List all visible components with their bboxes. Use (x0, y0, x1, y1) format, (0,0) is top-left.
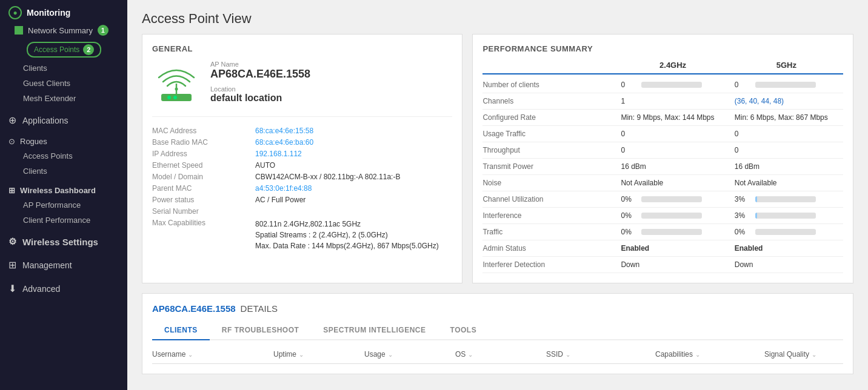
access-points-nav-item[interactable]: Access Points 2 (27, 42, 101, 58)
field-label: Model / Domain (152, 173, 249, 181)
general-top: AP Name AP68CA.E46E.1558 Location defaul… (152, 61, 452, 117)
perf-label-col (482, 61, 616, 70)
tab-clients[interactable]: CLIENTS (152, 321, 210, 340)
perf-row: Channels1(36, 40, 44, 48) (482, 93, 843, 110)
field-value[interactable]: 68:ca:e4:6e:ba:60 (255, 138, 452, 147)
perf-row-val-24ghz: Enabled (616, 244, 729, 253)
sidebar-item-client-performance[interactable]: Client Performance (0, 213, 127, 228)
gear-icon: ⚙ (8, 236, 16, 247)
applications-icon: ⊕ (8, 114, 16, 126)
sidebar-item-rogues-clients[interactable]: Clients (0, 164, 127, 179)
svg-point-1 (167, 96, 171, 99)
perf-row-val-24ghz: 0% (616, 195, 729, 203)
perf-row: Usage Traffic00 (482, 126, 843, 142)
perf-title: PERFORMANCE SUMMARY (482, 44, 843, 53)
location-label: Location (210, 85, 452, 93)
perf-row: Channel Utilization0%3% (482, 191, 843, 208)
field-value[interactable]: a4:53:0e:1f:e4:88 (255, 184, 452, 193)
sidebar-item-clients[interactable]: Clients (0, 61, 127, 76)
content-area: GENERAL (127, 34, 868, 389)
table-col-capabilities[interactable]: Capabilities⌄ (655, 350, 764, 359)
sort-icon[interactable]: ⌄ (468, 351, 473, 358)
sort-icon[interactable]: ⌄ (812, 351, 816, 358)
ap-name-value: AP68CA.E46E.1558 (210, 68, 452, 81)
table-col-ssid[interactable]: SSID⌄ (546, 350, 655, 359)
sidebar-item-rogues-ap[interactable]: Access Points (0, 148, 127, 164)
field-label: Ethernet Speed (152, 161, 249, 170)
perf-row-label: Throughput (482, 146, 616, 154)
field-value: 802.11n 2.4GHz,802.11ac 5GHz Spatial Str… (255, 219, 452, 251)
sidebar-item-ap-performance[interactable]: AP Performance (0, 197, 127, 213)
perf-rows-container: Number of clients00Channels1(36, 40, 44,… (482, 77, 843, 273)
field-value[interactable]: 192.168.1.112 (255, 150, 452, 158)
sidebar-item-network-summary[interactable]: Network Summary 1 (0, 22, 127, 39)
perf-row-val-24ghz: Not Available (616, 179, 729, 187)
sidebar-item-advanced[interactable]: ⬇ Advanced (0, 277, 127, 300)
field-value: AUTO (255, 161, 452, 170)
details-label: DETAILS (241, 303, 278, 314)
sort-icon[interactable]: ⌄ (299, 351, 304, 358)
details-panel: AP68CA.E46E.1558 DETAILS CLIENTSRF TROUB… (142, 293, 853, 374)
perf-row-label: Traffic (482, 228, 616, 236)
perf-row: Transmit Power16 dBm16 dBm (482, 159, 843, 175)
perf-row-val-5ghz: 0 (730, 81, 843, 89)
sort-icon[interactable]: ⌄ (388, 351, 393, 358)
perf-row-label: Interferer Detection (482, 260, 616, 269)
sidebar-item-management[interactable]: ⊞ Management (0, 253, 127, 277)
sidebar-item-rogues[interactable]: ⊙ Rogues (0, 132, 127, 148)
badge-1: 1 (98, 25, 109, 36)
tab-spectrum-intelligence[interactable]: SPECTRUM INTELLIGENCE (311, 321, 438, 340)
sidebar-item-wireless-settings[interactable]: ⚙ Wireless Settings (0, 230, 127, 253)
badge-2: 2 (83, 44, 94, 55)
top-panels: GENERAL (142, 34, 853, 283)
perf-row-val-5ghz: 0 (730, 130, 843, 138)
perf-row-val-24ghz: 0 (616, 130, 729, 138)
perf-row: Number of clients00 (482, 77, 843, 93)
perf-row: Interferer DetectionDownDown (482, 257, 843, 273)
sidebar-item-wireless-dashboard[interactable]: ⊞ Wireless Dashboard (0, 181, 127, 197)
perf-row: Admin StatusEnabledEnabled (482, 240, 843, 257)
ap-name-label: AP Name (210, 61, 452, 68)
sort-icon[interactable]: ⌄ (566, 351, 570, 358)
field-label: Parent MAC (152, 184, 249, 193)
perf-row-val-5ghz: (36, 40, 44, 48) (730, 97, 843, 105)
perf-row-val-24ghz: Min: 9 Mbps, Max: 144 Mbps (616, 113, 729, 122)
perf-row-label: Noise (482, 179, 616, 187)
perf-row: Throughput00 (482, 142, 843, 159)
table-col-username[interactable]: Username⌄ (152, 350, 273, 359)
sort-icon[interactable]: ⌄ (695, 351, 700, 358)
perf-row-val-24ghz: 0 (616, 146, 729, 154)
sidebar: ● Monitoring Network Summary 1 Access Po… (0, 0, 127, 390)
monitoring-icon: ● (8, 6, 22, 19)
svg-point-4 (175, 88, 178, 91)
table-col-uptime[interactable]: Uptime⌄ (273, 350, 364, 359)
sidebar-item-guest-clients[interactable]: Guest Clients (0, 76, 127, 91)
table-col-os[interactable]: OS⌄ (455, 350, 546, 359)
perf-row-val-5ghz: 3% (730, 211, 843, 220)
sidebar-item-mesh-extender[interactable]: Mesh Extender (0, 91, 127, 106)
perf-row-val-5ghz: 0% (730, 228, 843, 236)
perf-row-val-5ghz: 3% (730, 195, 843, 203)
ap-info: AP Name AP68CA.E46E.1558 Location defaul… (210, 61, 452, 104)
perf-row-val-24ghz: 16 dBm (616, 162, 729, 171)
access-points-label: Access Points (34, 45, 79, 54)
table-col-signal-quality[interactable]: Signal Quality⌄ (764, 350, 855, 359)
monitoring-header[interactable]: ● Monitoring (0, 0, 127, 22)
access-points-pill-wrap[interactable]: Access Points 2 (0, 39, 127, 61)
table-col-usage[interactable]: Usage⌄ (364, 350, 455, 359)
puzzle-icon: ⊞ (8, 259, 16, 271)
perf-row-val-5ghz: Min: 6 Mbps, Max: 867 Mbps (730, 113, 843, 122)
field-value: CBW142ACM-B-xx / 802.11bg:-A 802.11a:-B (255, 173, 452, 181)
tab-rf-troubleshoot[interactable]: RF TROUBLESHOOT (210, 321, 312, 340)
perf-row-val-5ghz: Not Available (730, 179, 843, 187)
perf-row-val-5ghz: 16 dBm (730, 162, 843, 171)
sort-icon[interactable]: ⌄ (188, 351, 193, 358)
perf-row: NoiseNot AvailableNot Available (482, 175, 843, 191)
field-value[interactable]: 68:ca:e4:6e:15:58 (255, 127, 452, 135)
perf-col-24ghz: 2.4GHz (616, 61, 729, 70)
tabs-row: CLIENTSRF TROUBLESHOOTSPECTRUM INTELLIGE… (152, 321, 843, 340)
details-ap-name: AP68CA.E46E.1558 (152, 303, 236, 314)
sidebar-item-applications[interactable]: ⊕ Applications (0, 108, 127, 132)
field-label: IP Address (152, 150, 249, 158)
tab-tools[interactable]: TOOLS (438, 321, 489, 340)
